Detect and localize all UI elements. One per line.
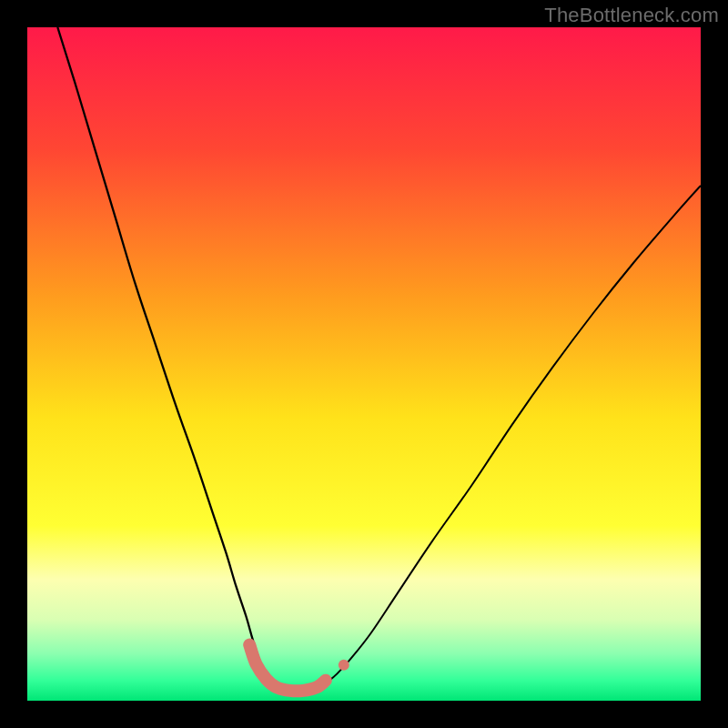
watermark-text: TheBottleneck.com (544, 4, 719, 27)
bottleneck-chart (27, 27, 701, 701)
gradient-background (27, 27, 701, 701)
right-dot (339, 660, 349, 671)
chart-frame: TheBottleneck.com (0, 0, 728, 728)
